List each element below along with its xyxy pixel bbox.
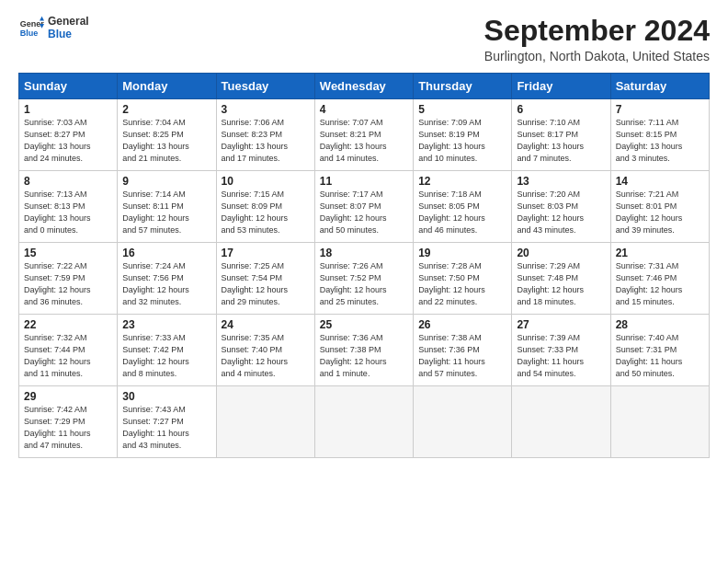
- calendar-week-2: 8Sunrise: 7:13 AM Sunset: 8:13 PM Daylig…: [19, 171, 710, 243]
- calendar-week-5: 29Sunrise: 7:42 AM Sunset: 7:29 PM Dayli…: [19, 386, 710, 458]
- day-number: 22: [24, 318, 112, 331]
- day-info: Sunrise: 7:32 AM Sunset: 7:44 PM Dayligh…: [24, 332, 112, 380]
- calendar-cell: 11Sunrise: 7:17 AM Sunset: 8:07 PM Dayli…: [314, 171, 413, 243]
- calendar-cell: [512, 386, 610, 458]
- logo: General Blue General Blue: [18, 15, 89, 40]
- day-info: Sunrise: 7:14 AM Sunset: 8:11 PM Dayligh…: [122, 189, 210, 236]
- day-number: 30: [122, 390, 210, 403]
- calendar-cell: 6Sunrise: 7:10 AM Sunset: 8:17 PM Daylig…: [512, 99, 610, 171]
- calendar-cell: 27Sunrise: 7:39 AM Sunset: 7:33 PM Dayli…: [512, 315, 610, 386]
- col-header-sunday: Sunday: [19, 74, 118, 99]
- day-number: 4: [320, 103, 408, 116]
- day-number: 15: [24, 247, 112, 259]
- day-info: Sunrise: 7:29 AM Sunset: 7:48 PM Dayligh…: [517, 260, 605, 308]
- calendar-cell: 8Sunrise: 7:13 AM Sunset: 8:13 PM Daylig…: [19, 171, 118, 243]
- day-number: 12: [418, 175, 506, 188]
- svg-text:Blue: Blue: [20, 29, 39, 38]
- day-info: Sunrise: 7:40 AM Sunset: 7:31 PM Dayligh…: [616, 332, 704, 380]
- logo-line2: Blue: [48, 28, 89, 40]
- day-number: 1: [24, 103, 112, 116]
- day-number: 17: [222, 247, 310, 259]
- day-number: 28: [616, 318, 704, 331]
- calendar-cell: 13Sunrise: 7:20 AM Sunset: 8:03 PM Dayli…: [512, 171, 610, 243]
- day-info: Sunrise: 7:20 AM Sunset: 8:03 PM Dayligh…: [517, 189, 605, 236]
- svg-marker-2: [40, 17, 44, 21]
- calendar-cell: 18Sunrise: 7:26 AM Sunset: 7:52 PM Dayli…: [314, 243, 413, 315]
- calendar-cell: 2Sunrise: 7:04 AM Sunset: 8:25 PM Daylig…: [118, 99, 216, 171]
- day-info: Sunrise: 7:28 AM Sunset: 7:50 PM Dayligh…: [418, 260, 506, 308]
- page: General Blue General Blue September 2024…: [0, 0, 728, 467]
- col-header-wednesday: Wednesday: [314, 74, 413, 99]
- day-info: Sunrise: 7:21 AM Sunset: 8:01 PM Dayligh…: [616, 189, 704, 236]
- day-info: Sunrise: 7:26 AM Sunset: 7:52 PM Dayligh…: [320, 260, 408, 308]
- day-number: 5: [418, 103, 506, 116]
- header-row: SundayMondayTuesdayWednesdayThursdayFrid…: [19, 74, 710, 99]
- calendar-cell: 29Sunrise: 7:42 AM Sunset: 7:29 PM Dayli…: [19, 386, 118, 458]
- day-number: 6: [517, 103, 605, 116]
- calendar-cell: 26Sunrise: 7:38 AM Sunset: 7:36 PM Dayli…: [414, 315, 512, 386]
- day-number: 23: [122, 318, 210, 331]
- day-number: 24: [222, 318, 310, 331]
- day-info: Sunrise: 7:18 AM Sunset: 8:05 PM Dayligh…: [418, 189, 506, 236]
- day-number: 8: [24, 175, 112, 188]
- title-block: September 2024 Burlington, North Dakota,…: [484, 15, 710, 63]
- day-info: Sunrise: 7:39 AM Sunset: 7:33 PM Dayligh…: [517, 332, 605, 380]
- calendar-cell: 19Sunrise: 7:28 AM Sunset: 7:50 PM Dayli…: [414, 243, 512, 315]
- calendar-cell: 23Sunrise: 7:33 AM Sunset: 7:42 PM Dayli…: [118, 315, 216, 386]
- calendar-cell: 10Sunrise: 7:15 AM Sunset: 8:09 PM Dayli…: [216, 171, 314, 243]
- calendar-cell: [314, 386, 413, 458]
- day-info: Sunrise: 7:15 AM Sunset: 8:09 PM Dayligh…: [222, 189, 310, 236]
- day-info: Sunrise: 7:07 AM Sunset: 8:21 PM Dayligh…: [320, 117, 408, 165]
- day-number: 9: [122, 175, 210, 188]
- day-info: Sunrise: 7:06 AM Sunset: 8:23 PM Dayligh…: [222, 117, 310, 165]
- calendar-week-1: 1Sunrise: 7:03 AM Sunset: 8:27 PM Daylig…: [19, 99, 710, 171]
- calendar-cell: 7Sunrise: 7:11 AM Sunset: 8:15 PM Daylig…: [610, 99, 709, 171]
- col-header-thursday: Thursday: [414, 74, 512, 99]
- calendar-cell: [216, 386, 314, 458]
- calendar-cell: 9Sunrise: 7:14 AM Sunset: 8:11 PM Daylig…: [118, 171, 216, 243]
- calendar-cell: 22Sunrise: 7:32 AM Sunset: 7:44 PM Dayli…: [19, 315, 118, 386]
- location: Burlington, North Dakota, United States: [484, 49, 710, 63]
- calendar-cell: 16Sunrise: 7:24 AM Sunset: 7:56 PM Dayli…: [118, 243, 216, 315]
- day-info: Sunrise: 7:17 AM Sunset: 8:07 PM Dayligh…: [320, 189, 408, 236]
- calendar-cell: 3Sunrise: 7:06 AM Sunset: 8:23 PM Daylig…: [216, 99, 314, 171]
- day-number: 21: [616, 247, 704, 259]
- calendar-cell: 20Sunrise: 7:29 AM Sunset: 7:48 PM Dayli…: [512, 243, 610, 315]
- day-info: Sunrise: 7:25 AM Sunset: 7:54 PM Dayligh…: [222, 260, 310, 308]
- calendar-cell: 1Sunrise: 7:03 AM Sunset: 8:27 PM Daylig…: [19, 99, 118, 171]
- day-info: Sunrise: 7:22 AM Sunset: 7:59 PM Dayligh…: [24, 260, 112, 308]
- day-info: Sunrise: 7:33 AM Sunset: 7:42 PM Dayligh…: [122, 332, 210, 380]
- calendar-cell: 12Sunrise: 7:18 AM Sunset: 8:05 PM Dayli…: [414, 171, 512, 243]
- day-number: 11: [320, 175, 408, 188]
- day-number: 29: [24, 390, 112, 403]
- calendar-cell: 17Sunrise: 7:25 AM Sunset: 7:54 PM Dayli…: [216, 243, 314, 315]
- day-info: Sunrise: 7:10 AM Sunset: 8:17 PM Dayligh…: [517, 117, 605, 165]
- calendar-cell: 14Sunrise: 7:21 AM Sunset: 8:01 PM Dayli…: [610, 171, 709, 243]
- day-info: Sunrise: 7:35 AM Sunset: 7:40 PM Dayligh…: [222, 332, 310, 380]
- day-number: 10: [222, 175, 310, 188]
- calendar-cell: [414, 386, 512, 458]
- col-header-tuesday: Tuesday: [216, 74, 314, 99]
- day-info: Sunrise: 7:13 AM Sunset: 8:13 PM Dayligh…: [24, 189, 112, 236]
- calendar-cell: [610, 386, 709, 458]
- calendar-cell: 28Sunrise: 7:40 AM Sunset: 7:31 PM Dayli…: [610, 315, 709, 386]
- day-number: 2: [122, 103, 210, 116]
- calendar-cell: 5Sunrise: 7:09 AM Sunset: 8:19 PM Daylig…: [414, 99, 512, 171]
- day-info: Sunrise: 7:11 AM Sunset: 8:15 PM Dayligh…: [616, 117, 704, 165]
- col-header-saturday: Saturday: [610, 74, 709, 99]
- calendar-cell: 4Sunrise: 7:07 AM Sunset: 8:21 PM Daylig…: [314, 99, 413, 171]
- calendar-cell: 30Sunrise: 7:43 AM Sunset: 7:27 PM Dayli…: [118, 386, 216, 458]
- day-number: 3: [222, 103, 310, 116]
- day-number: 14: [616, 175, 704, 188]
- day-number: 16: [122, 247, 210, 259]
- month-title: September 2024: [484, 15, 710, 47]
- day-info: Sunrise: 7:43 AM Sunset: 7:27 PM Dayligh…: [122, 404, 210, 452]
- day-number: 13: [517, 175, 605, 188]
- day-info: Sunrise: 7:24 AM Sunset: 7:56 PM Dayligh…: [122, 260, 210, 308]
- calendar-cell: 24Sunrise: 7:35 AM Sunset: 7:40 PM Dayli…: [216, 315, 314, 386]
- logo-icon: General Blue: [18, 15, 44, 40]
- calendar-cell: 15Sunrise: 7:22 AM Sunset: 7:59 PM Dayli…: [19, 243, 118, 315]
- day-number: 27: [517, 318, 605, 331]
- calendar-week-3: 15Sunrise: 7:22 AM Sunset: 7:59 PM Dayli…: [19, 243, 710, 315]
- col-header-friday: Friday: [512, 74, 610, 99]
